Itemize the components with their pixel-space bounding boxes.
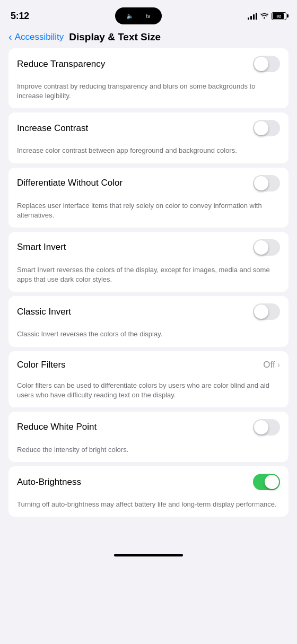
nav-header: ‹ Accessibility Display & Text Size bbox=[0, 29, 297, 48]
reduce-white-point-row: Reduce White Point bbox=[8, 412, 289, 443]
auto-brightness-description: Turning off auto-brightness may affect b… bbox=[8, 498, 289, 517]
page-title: Display & Text Size bbox=[69, 31, 161, 43]
back-label: Accessibility bbox=[15, 32, 64, 42]
toggle-thumb bbox=[254, 240, 268, 255]
classic-invert-description: Classic Invert reverses the colors of th… bbox=[8, 327, 289, 346]
toggle-thumb bbox=[254, 420, 268, 434]
increase-contrast-toggle[interactable] bbox=[253, 120, 280, 136]
smart-invert-description: Smart Invert reverses the colors of the … bbox=[8, 263, 289, 292]
reduce-white-point-card: Reduce White Point Reduce the intensity … bbox=[8, 412, 289, 462]
appletv-icon: tv bbox=[146, 13, 151, 19]
reduce-white-point-description: Reduce the intensity of bright colors. bbox=[8, 443, 289, 462]
differentiate-without-color-toggle[interactable] bbox=[253, 175, 280, 192]
reduce-white-point-toggle[interactable] bbox=[253, 419, 280, 436]
reduce-transparency-label: Reduce Transparency bbox=[17, 59, 105, 69]
classic-invert-card: Classic Invert Classic Invert reverses t… bbox=[8, 296, 289, 346]
auto-brightness-label: Auto-Brightness bbox=[17, 477, 81, 488]
increase-contrast-card: Increase Contrast Increase color contras… bbox=[8, 112, 289, 163]
smart-invert-toggle[interactable] bbox=[253, 239, 280, 256]
classic-invert-toggle[interactable] bbox=[253, 303, 280, 320]
speaker-icon: 🔈 bbox=[126, 13, 134, 20]
increase-contrast-label: Increase Contrast bbox=[17, 123, 88, 134]
home-indicator bbox=[0, 547, 297, 561]
color-filters-row[interactable]: Color Filters Off › bbox=[8, 351, 289, 379]
toggle-thumb bbox=[254, 57, 268, 71]
reduce-transparency-row: Reduce Transparency bbox=[8, 48, 289, 80]
signal-icon bbox=[248, 12, 257, 20]
toggle-thumb bbox=[254, 176, 268, 190]
toggle-thumb bbox=[254, 121, 268, 135]
color-filters-label: Color Filters bbox=[17, 360, 66, 370]
classic-invert-label: Classic Invert bbox=[17, 307, 71, 317]
color-filters-description: Color filters can be used to differentia… bbox=[8, 379, 289, 407]
settings-content: Reduce Transparency Improve contrast by … bbox=[0, 48, 297, 542]
battery-icon: 82 bbox=[272, 12, 286, 20]
home-bar bbox=[114, 554, 183, 556]
back-chevron-icon: ‹ bbox=[8, 31, 12, 43]
reduce-transparency-card: Reduce Transparency Improve contrast by … bbox=[8, 48, 289, 108]
smart-invert-row: Smart Invert bbox=[8, 232, 289, 263]
dynamic-island: 🔈 tv bbox=[115, 7, 162, 24]
differentiate-without-color-label: Differentiate Without Color bbox=[17, 178, 123, 188]
reduce-transparency-description: Improve contrast by reducing transparenc… bbox=[8, 80, 289, 108]
increase-contrast-description: Increase color contrast between app fore… bbox=[8, 144, 289, 163]
smart-invert-label: Smart Invert bbox=[17, 242, 66, 253]
increase-contrast-row: Increase Contrast bbox=[8, 112, 289, 144]
status-bar: 5:12 🔈 tv 82 bbox=[0, 0, 297, 29]
differentiate-without-color-row: Differentiate Without Color bbox=[8, 168, 289, 199]
reduce-transparency-toggle[interactable] bbox=[253, 56, 280, 72]
differentiate-without-color-card: Differentiate Without Color Replaces use… bbox=[8, 168, 289, 228]
toggle-thumb bbox=[265, 475, 279, 489]
smart-invert-card: Smart Invert Smart Invert reverses the c… bbox=[8, 232, 289, 292]
classic-invert-row: Classic Invert bbox=[8, 296, 289, 327]
auto-brightness-row: Auto-Brightness bbox=[8, 466, 289, 498]
color-filters-card[interactable]: Color Filters Off › Color filters can be… bbox=[8, 351, 289, 407]
color-filters-value-group: Off › bbox=[263, 360, 280, 370]
auto-brightness-card: Auto-Brightness Turning off auto-brightn… bbox=[8, 466, 289, 517]
chevron-right-icon: › bbox=[277, 360, 280, 370]
differentiate-without-color-description: Replaces user interface items that rely … bbox=[8, 199, 289, 228]
auto-brightness-toggle[interactable] bbox=[253, 474, 280, 490]
back-button[interactable]: ‹ Accessibility bbox=[8, 31, 64, 43]
status-time: 5:12 bbox=[11, 11, 29, 22]
wifi-icon bbox=[260, 12, 269, 20]
status-right: 82 bbox=[248, 12, 286, 20]
reduce-white-point-label: Reduce White Point bbox=[17, 422, 97, 432]
toggle-thumb bbox=[254, 304, 268, 319]
color-filters-value: Off bbox=[263, 360, 275, 370]
